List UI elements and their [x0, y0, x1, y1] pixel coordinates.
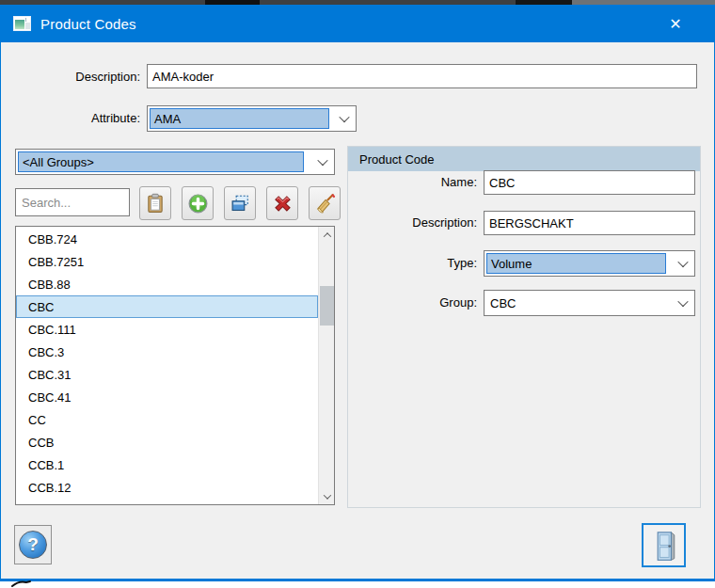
type-selected-value: Volume: [486, 253, 666, 274]
search-input[interactable]: [15, 188, 130, 216]
product-code-panel: Product Code Name: Description: Type: Vo…: [347, 146, 701, 508]
attribute-selected-value: AMA: [150, 108, 329, 129]
window-title: Product Codes: [40, 16, 136, 32]
chevron-down-icon: [311, 150, 334, 174]
groups-dropdown[interactable]: <All Groups>: [15, 149, 335, 175]
list-item[interactable]: CBB.7251: [16, 250, 318, 273]
delete-button[interactable]: [266, 186, 298, 220]
chevron-down-icon: [672, 251, 694, 276]
close-icon: ✕: [669, 15, 681, 33]
scroll-down-icon[interactable]: [319, 488, 335, 504]
code-description-input[interactable]: [484, 211, 695, 235]
list-item[interactable]: CC: [16, 408, 318, 431]
list-item[interactable]: CBC.111: [16, 318, 318, 341]
exit-button[interactable]: [642, 523, 686, 567]
list-item[interactable]: CBB.88: [16, 273, 318, 295]
copy-icon: [230, 193, 250, 214]
dialog-body: Description: Attribute: AMA <All Groups>: [1, 42, 714, 579]
clean-button[interactable]: [309, 186, 341, 220]
group-dropdown[interactable]: CBC: [484, 290, 695, 316]
product-code-list[interactable]: CBB.724CBB.7251CBB.88CBCCBC.111CBC.3CBC.…: [15, 226, 335, 505]
list-item[interactable]: CBC: [16, 295, 318, 318]
list-item[interactable]: CCB.22: [16, 499, 318, 505]
type-dropdown[interactable]: Volume: [484, 250, 695, 277]
groups-selected-value: <All Groups>: [18, 151, 304, 172]
name-label: Name:: [358, 170, 477, 195]
chevron-down-icon: [333, 106, 356, 131]
help-icon: ?: [19, 531, 47, 559]
attribute-label: Attribute:: [20, 106, 140, 131]
scrollbar-thumb[interactable]: [320, 286, 334, 326]
help-button[interactable]: ?: [14, 525, 52, 564]
list-item[interactable]: CCB.1: [16, 453, 318, 476]
titlebar[interactable]: Product Codes ✕: [1, 5, 714, 42]
attribute-dropdown[interactable]: AMA: [147, 105, 357, 132]
panel-header: Product Code: [348, 147, 700, 171]
type-label: Type:: [358, 251, 477, 276]
group-label: Group:: [358, 291, 477, 315]
scroll-up-icon[interactable]: [319, 227, 335, 243]
door-icon: [650, 530, 678, 562]
description-input[interactable]: [147, 64, 697, 88]
copy-button[interactable]: [224, 186, 256, 220]
group-selected-value: CBC: [486, 293, 666, 313]
delete-icon: [272, 193, 294, 215]
list-item[interactable]: CBB.724: [16, 228, 318, 250]
code-description-label: Description:: [358, 211, 477, 235]
list-item[interactable]: CBC.3: [16, 341, 318, 363]
list-scrollbar[interactable]: [318, 227, 334, 504]
app-window-icon: [13, 16, 31, 31]
close-button[interactable]: ✕: [654, 5, 697, 42]
product-codes-window: Product Codes ✕ Description: Attribute: …: [0, 5, 715, 581]
description-label: Description:: [20, 65, 140, 89]
list-rows-container: CBB.724CBB.7251CBB.88CBCCBC.111CBC.3CBC.…: [16, 228, 318, 505]
pen-mark: [11, 580, 32, 588]
list-item[interactable]: CBC.31: [16, 363, 318, 386]
add-icon: [187, 193, 209, 215]
chevron-down-icon: [672, 291, 694, 315]
list-item[interactable]: CCB.12: [16, 476, 318, 499]
name-input[interactable]: [484, 170, 695, 195]
list-item[interactable]: CCB: [16, 431, 318, 453]
list-item[interactable]: CBC.41: [16, 386, 318, 408]
paste-button[interactable]: [139, 186, 171, 220]
add-button[interactable]: [182, 186, 214, 220]
clean-icon: [314, 193, 336, 215]
paste-icon: [145, 193, 166, 214]
